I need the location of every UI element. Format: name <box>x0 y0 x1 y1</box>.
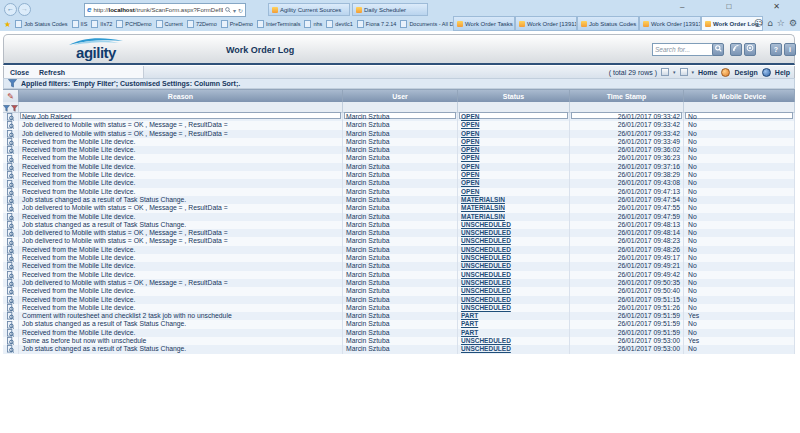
status-link[interactable]: UNSCHEDULED <box>461 296 511 303</box>
status-link[interactable]: UNSCHEDULED <box>461 246 511 253</box>
favorite-item[interactable]: devtlc1 <box>326 20 352 28</box>
status-link[interactable]: OPEN <box>461 179 479 186</box>
row-view-icon[interactable] <box>3 163 19 171</box>
favorites-star-icon[interactable]: ☆ <box>777 17 785 30</box>
status-link[interactable]: UNSCHEDULED <box>461 262 511 269</box>
status-link[interactable]: UNSCHEDULED <box>461 271 511 278</box>
browser-back-button[interactable]: ← <box>4 3 17 16</box>
favorite-item[interactable]: IIs72 <box>91 20 112 28</box>
design-link[interactable]: Design <box>734 69 757 76</box>
row-view-icon[interactable] <box>3 221 19 229</box>
status-link[interactable]: UNSCHEDULED <box>461 279 511 286</box>
home-icon[interactable]: ⌂ <box>767 17 773 30</box>
question-button[interactable]: ? <box>770 43 782 56</box>
column-header-reason[interactable]: Reason <box>19 89 343 102</box>
row-view-icon[interactable] <box>3 337 19 345</box>
status-link[interactable]: UNSCHEDULED <box>461 237 511 244</box>
favorite-item[interactable]: Current <box>156 20 183 28</box>
row-view-icon[interactable] <box>3 113 19 121</box>
column-header-status[interactable]: Status <box>458 89 570 102</box>
browser-tab[interactable]: Work Order [13911] <box>515 16 577 31</box>
browser-forward-button[interactable]: → <box>18 3 31 16</box>
row-view-icon[interactable] <box>3 196 19 204</box>
status-link[interactable]: PART <box>461 312 478 319</box>
row-view-icon[interactable] <box>3 271 19 279</box>
row-view-icon[interactable] <box>3 296 19 304</box>
row-view-icon[interactable] <box>3 345 19 353</box>
refresh-button[interactable]: Refresh <box>39 69 65 76</box>
row-view-icon[interactable] <box>3 188 19 196</box>
row-view-icon[interactable] <box>3 254 19 262</box>
row-view-icon[interactable] <box>3 312 19 320</box>
address-dropdown-caret-icon[interactable]: ▾ <box>233 7 236 14</box>
favorites-bar-star-icon[interactable]: ★ <box>4 20 11 29</box>
favorite-item[interactable]: Documents - All Docume... <box>400 20 456 28</box>
favorite-item[interactable]: Fiona 7.2.14 <box>357 20 397 28</box>
status-link[interactable]: MATERIALSIN <box>461 196 505 203</box>
status-link[interactable]: OPEN <box>461 154 479 161</box>
favorite-item[interactable]: 72Demo <box>187 20 217 28</box>
search-input[interactable] <box>652 43 714 56</box>
row-view-icon[interactable] <box>3 229 19 237</box>
favorite-item[interactable]: PreDemo <box>221 20 253 28</box>
row-view-icon[interactable] <box>3 146 19 154</box>
browser-tab[interactable]: Job Status Codes <box>577 16 639 31</box>
close-button[interactable]: Close <box>10 69 29 76</box>
row-view-icon[interactable] <box>3 320 19 328</box>
status-link[interactable]: UNSCHEDULED <box>461 287 511 294</box>
status-link[interactable]: OPEN <box>461 146 479 153</box>
address-search-icon[interactable] <box>225 7 231 13</box>
row-view-icon[interactable] <box>3 179 19 187</box>
status-link[interactable]: PART <box>461 329 478 336</box>
row-view-icon[interactable] <box>3 171 19 179</box>
address-bar[interactable]: e http://localhost/trunk/ScanForm.aspx?F… <box>84 3 246 17</box>
status-link[interactable]: OPEN <box>461 138 479 145</box>
export-icon[interactable] <box>661 68 669 76</box>
row-view-icon[interactable] <box>3 287 19 295</box>
help-link[interactable]: Help <box>775 69 790 76</box>
status-link[interactable]: OPEN <box>461 163 479 170</box>
home-link[interactable]: Home <box>698 69 717 76</box>
address-refresh-icon[interactable]: ↻ <box>238 7 243 14</box>
column-header-time-stamp[interactable]: Time Stamp <box>570 89 684 102</box>
feed-button[interactable] <box>730 43 742 56</box>
status-link[interactable]: MATERIALSIN <box>461 204 505 211</box>
browser-tab[interactable]: Daily Scheduler <box>352 3 428 16</box>
window-close-button[interactable]: ✕ <box>773 2 780 11</box>
status-link[interactable]: UNSCHEDULED <box>461 304 511 311</box>
column-header-user[interactable]: User <box>343 89 458 102</box>
status-link[interactable]: OPEN <box>461 188 479 195</box>
row-view-icon[interactable] <box>3 154 19 162</box>
status-link[interactable]: UNSCHEDULED <box>461 345 511 352</box>
row-view-icon[interactable] <box>3 213 19 221</box>
status-link[interactable]: OPEN <box>461 171 479 178</box>
row-view-icon[interactable] <box>3 138 19 146</box>
status-link[interactable]: OPEN <box>461 130 479 137</box>
status-link[interactable]: OPEN <box>461 113 479 120</box>
info-button[interactable]: i <box>784 43 796 56</box>
status-link[interactable]: UNSCHEDULED <box>461 254 511 261</box>
row-view-icon[interactable] <box>3 262 19 270</box>
favorite-item[interactable]: PCHDemo <box>116 20 151 28</box>
browser-tab[interactable]: Work Order [13913] <box>639 16 701 31</box>
print-icon[interactable] <box>680 68 688 76</box>
row-view-icon[interactable] <box>3 121 19 129</box>
feedback-smiley-icon[interactable]: ☺ <box>754 17 763 30</box>
window-minimize-button[interactable]: – <box>680 2 684 11</box>
row-view-icon[interactable] <box>3 246 19 254</box>
favorite-item[interactable]: Job Status Codes <box>15 20 67 28</box>
search-button[interactable] <box>712 43 724 56</box>
print-caret-icon[interactable]: ▾ <box>692 69 695 75</box>
row-view-icon[interactable] <box>3 237 19 245</box>
status-link[interactable]: MATERIALSIN <box>461 213 505 220</box>
row-view-icon[interactable] <box>3 130 19 138</box>
row-view-icon[interactable] <box>3 329 19 337</box>
row-view-icon[interactable] <box>3 304 19 312</box>
tools-gear-icon[interactable]: ⚙ <box>789 17 797 30</box>
browser-tab[interactable]: Agility Current Sources <box>268 3 350 16</box>
status-link[interactable]: UNSCHEDULED <box>461 221 511 228</box>
row-view-icon[interactable] <box>3 204 19 212</box>
status-link[interactable]: OPEN <box>461 121 479 128</box>
column-header-is-mobile-device[interactable]: Is Mobile Device <box>684 89 795 102</box>
favorite-item[interactable]: InterTerminals <box>257 20 301 28</box>
